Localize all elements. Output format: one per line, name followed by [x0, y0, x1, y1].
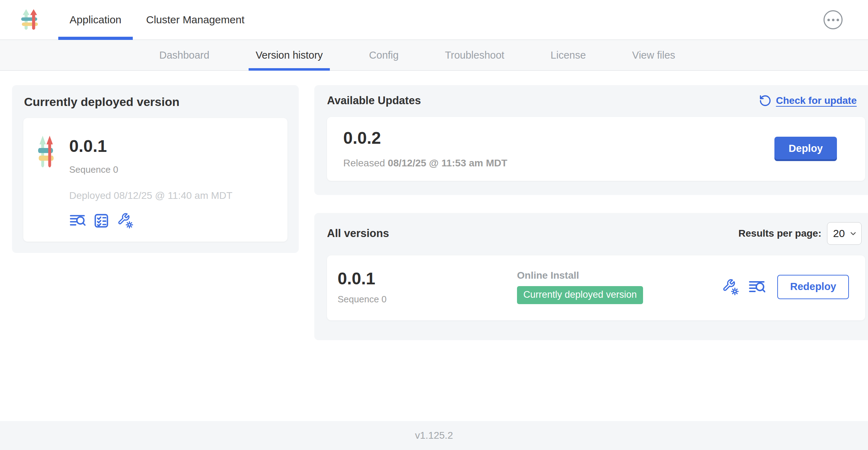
update-version-number: 0.0.2	[343, 129, 507, 148]
deployed-timestamp: Deployed 08/12/25 @ 11:40 am MDT	[69, 190, 232, 201]
row-sequence: Sequence 0	[338, 294, 517, 305]
redeploy-button[interactable]: Redeploy	[777, 275, 849, 299]
currently-deployed-card: Currently deployed version 0.0.1 Sequenc…	[12, 85, 299, 253]
tab-cluster-management[interactable]: Cluster Management	[135, 0, 256, 40]
deploy-logs-icon[interactable]	[69, 213, 85, 229]
deploy-logs-icon[interactable]	[748, 279, 765, 296]
available-updates-card: Available Updates Check for update 0.0.2…	[314, 85, 868, 195]
currently-deployed-title: Currently deployed version	[24, 95, 286, 109]
subtab-config[interactable]: Config	[362, 40, 406, 70]
subtab-troubleshoot[interactable]: Troubleshoot	[438, 40, 511, 70]
main-content: Currently deployed version 0.0.1 Sequenc…	[0, 71, 868, 421]
results-per-page-select[interactable]: 20	[827, 222, 862, 245]
row-version-number: 0.0.1	[338, 270, 517, 288]
edit-config-icon[interactable]	[722, 279, 739, 296]
console-version: v1.125.2	[415, 430, 453, 441]
subtab-view-files[interactable]: View files	[625, 40, 682, 70]
row-actions: Redeploy	[722, 275, 849, 299]
tab-application[interactable]: Application	[58, 0, 133, 40]
all-versions-card: All versions Results per page: 20 0.	[314, 213, 868, 340]
results-per-page: Results per page: 20	[738, 222, 862, 245]
preflight-checks-icon[interactable]	[93, 213, 109, 229]
results-per-page-label: Results per page:	[738, 228, 821, 239]
currently-deployed-badge: Currently deployed version	[517, 286, 643, 304]
deployed-actions	[69, 213, 232, 229]
top-header: Application Cluster Management	[0, 0, 868, 40]
top-nav: Application Cluster Management	[58, 0, 256, 40]
ellipsis-circle-icon[interactable]	[824, 10, 843, 29]
footer: v1.125.2	[0, 421, 868, 450]
deployed-sequence: Sequence 0	[69, 164, 232, 175]
install-type-label: Online Install	[517, 270, 643, 281]
row-status: Online Install Currently deployed versio…	[517, 270, 643, 304]
subtab-version-history[interactable]: Version history	[249, 40, 330, 70]
available-updates-title: Available Updates	[327, 94, 421, 107]
refresh-icon[interactable]	[759, 94, 772, 107]
update-released-timestamp: Released 08/12/25 @ 11:53 am MDT	[343, 158, 507, 169]
right-column: Available Updates Check for update 0.0.2…	[314, 85, 868, 340]
all-versions-title: All versions	[327, 227, 389, 240]
deployed-version-number: 0.0.1	[69, 137, 232, 156]
subtab-dashboard[interactable]: Dashboard	[152, 40, 216, 70]
edit-config-icon[interactable]	[117, 213, 133, 229]
app-logo-arrows-icon	[20, 8, 41, 31]
update-row: 0.0.2 Released 08/12/25 @ 11:53 am MDT D…	[327, 117, 865, 181]
deploy-button[interactable]: Deploy	[774, 137, 837, 161]
check-for-update-link[interactable]: Check for update	[759, 94, 857, 107]
subtab-license[interactable]: License	[543, 40, 593, 70]
app-logo-arrows-icon	[37, 134, 57, 229]
version-row: 0.0.1 Sequence 0 Online Install Currentl…	[327, 255, 865, 320]
deployed-version-panel: 0.0.1 Sequence 0 Deployed 08/12/25 @ 11:…	[23, 118, 287, 242]
app-subnav: Dashboard Version history Config Trouble…	[0, 40, 868, 71]
